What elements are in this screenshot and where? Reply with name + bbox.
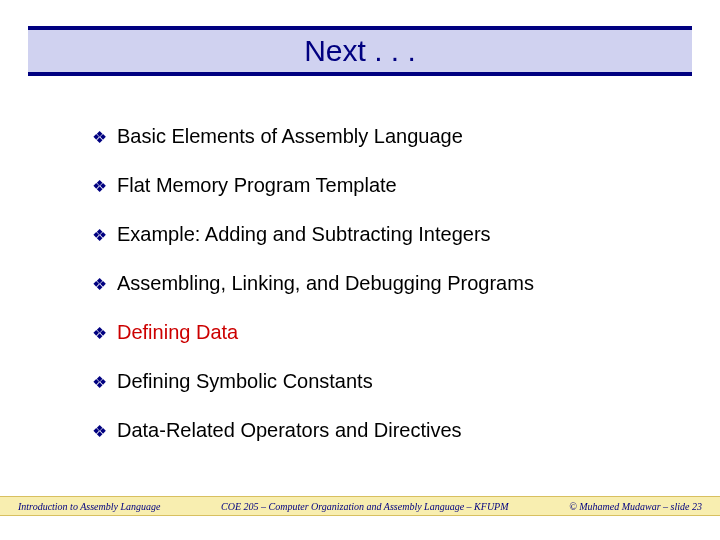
title-inner: Next . . . xyxy=(28,30,692,72)
list-item: ❖ Defining Data xyxy=(92,320,660,345)
list-item: ❖ Example: Adding and Subtracting Intege… xyxy=(92,222,660,247)
list-item: ❖ Data-Related Operators and Directives xyxy=(92,418,660,443)
diamond-bullet-icon: ❖ xyxy=(92,225,107,246)
diamond-bullet-icon: ❖ xyxy=(92,372,107,393)
title-bar: Next . . . xyxy=(28,26,692,76)
bullet-text: Flat Memory Program Template xyxy=(117,173,397,198)
bullet-text: Assembling, Linking, and Debugging Progr… xyxy=(117,271,534,296)
bullet-text: Example: Adding and Subtracting Integers xyxy=(117,222,491,247)
footer-bar: Introduction to Assembly Language COE 20… xyxy=(0,496,720,516)
footer-right: © Muhamed Mudawar – slide 23 xyxy=(569,501,702,512)
list-item: ❖ Basic Elements of Assembly Language xyxy=(92,124,660,149)
bullet-text: Defining Symbolic Constants xyxy=(117,369,373,394)
diamond-bullet-icon: ❖ xyxy=(92,274,107,295)
diamond-bullet-icon: ❖ xyxy=(92,127,107,148)
list-item: ❖ Defining Symbolic Constants xyxy=(92,369,660,394)
diamond-bullet-icon: ❖ xyxy=(92,176,107,197)
bullet-text-highlight: Defining Data xyxy=(117,320,238,345)
diamond-bullet-icon: ❖ xyxy=(92,323,107,344)
footer-center: COE 205 – Computer Organization and Asse… xyxy=(161,501,570,512)
diamond-bullet-icon: ❖ xyxy=(92,421,107,442)
bullet-list: ❖ Basic Elements of Assembly Language ❖ … xyxy=(92,124,660,467)
slide-title: Next . . . xyxy=(304,34,416,68)
footer-left: Introduction to Assembly Language xyxy=(18,501,161,512)
bullet-text: Data-Related Operators and Directives xyxy=(117,418,462,443)
bullet-text: Basic Elements of Assembly Language xyxy=(117,124,463,149)
list-item: ❖ Assembling, Linking, and Debugging Pro… xyxy=(92,271,660,296)
list-item: ❖ Flat Memory Program Template xyxy=(92,173,660,198)
